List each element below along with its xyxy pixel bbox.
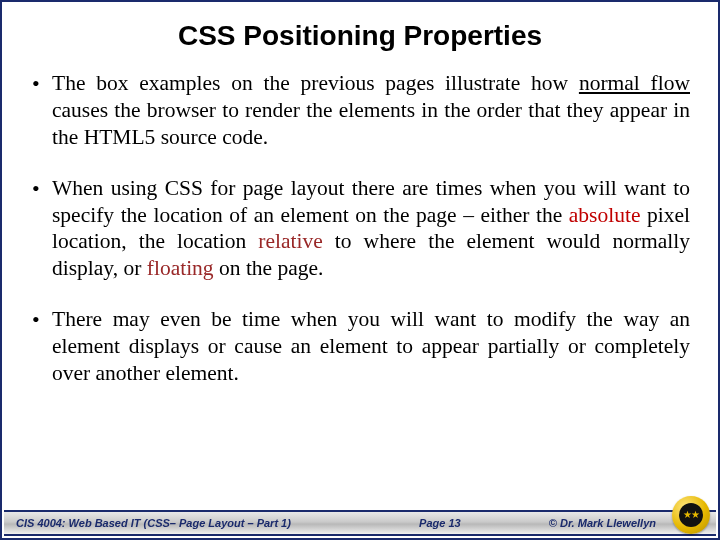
bullet-2-red-absolute: absolute xyxy=(569,203,641,227)
footer-bar: CIS 4004: Web Based IT (CSS– Page Layout… xyxy=(4,510,716,536)
bullet-1-text-c: causes the browser to render the element… xyxy=(52,98,690,149)
bullet-3: There may even be time when you will wan… xyxy=(30,306,690,387)
slide: CSS Positioning Properties The box examp… xyxy=(0,0,720,540)
bullet-1-underline: normal flow xyxy=(579,71,690,95)
bullet-list: The box examples on the previous pages i… xyxy=(2,62,718,387)
slide-title: CSS Positioning Properties xyxy=(2,2,718,62)
footer: CIS 4004: Web Based IT (CSS– Page Layout… xyxy=(4,500,716,536)
footer-page: Page 13 xyxy=(291,517,549,529)
footer-course: CIS 4004: Web Based IT (CSS– Page Layout… xyxy=(4,517,291,529)
bullet-2: When using CSS for page layout there are… xyxy=(30,175,690,283)
bullet-2-text-g: on the page. xyxy=(214,256,324,280)
bullet-2-red-relative: relative xyxy=(258,229,322,253)
ucf-logo-icon: ★★ xyxy=(672,496,710,534)
bullet-2-red-floating: floating xyxy=(147,256,214,280)
bullet-1: The box examples on the previous pages i… xyxy=(30,70,690,151)
bullet-1-text-a: The box examples on the previous pages i… xyxy=(52,71,579,95)
